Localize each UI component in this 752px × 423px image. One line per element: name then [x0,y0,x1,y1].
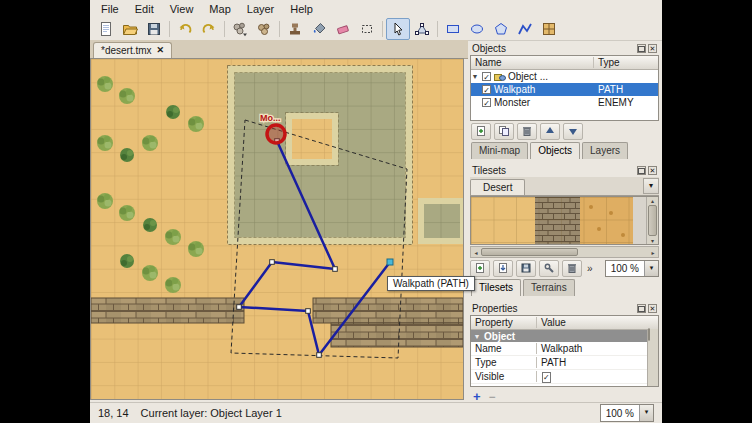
property-value[interactable]: Walkpath [537,343,658,354]
import-tileset-button[interactable] [493,260,513,277]
new-tileset-button[interactable] [470,260,490,277]
menu-view[interactable]: View [163,2,201,16]
scroll-thumb[interactable] [648,205,657,236]
tileset-view[interactable]: ▴ ▾ [470,196,659,245]
toolbar-overflow-button[interactable]: » [587,263,593,274]
tileset-horizontal-scrollbar[interactable]: ◂ ▸ [470,246,659,258]
property-value[interactable]: PATH [537,357,658,368]
objects-dock-header: Objects ✕ [470,42,659,55]
tab-close-icon[interactable]: ✕ [157,46,165,55]
object-group-name: Object ... [508,71,548,82]
column-property[interactable]: Property [471,317,537,328]
menu-map[interactable]: Map [202,2,237,16]
save-button[interactable] [142,18,166,40]
property-row-type[interactable]: Type PATH [471,356,658,370]
raise-object-button[interactable] [540,123,560,140]
menu-file[interactable]: File [94,2,126,16]
open-file-button[interactable] [118,18,142,40]
expander-icon[interactable]: ▼ [473,333,481,340]
properties-dock-header: Properties ✕ [470,302,659,315]
tab-desert-tmx[interactable]: *desert.tmx ✕ [93,42,172,58]
export-tileset-button[interactable] [516,260,536,277]
object-group-icon [494,72,506,82]
column-name[interactable]: Name [471,57,594,68]
visible-checkbox[interactable]: ✓ [542,372,551,383]
tab-objects[interactable]: Objects [530,142,580,159]
rect-select-button[interactable] [355,18,379,40]
insert-tile-button[interactable] [537,18,561,40]
insert-ellipse-button[interactable] [465,18,489,40]
properties-dock-title: Properties [472,303,518,314]
property-row-name[interactable]: Name Walkpath [471,342,658,356]
bucket-fill-button[interactable] [307,18,331,40]
open-folder-icon [122,21,138,37]
down-arrow-icon [567,125,579,137]
tileset-properties-button[interactable] [539,260,559,277]
add-object-group-button[interactable] [471,123,491,140]
delete-tileset-button[interactable] [562,260,582,277]
monster-row[interactable]: ✓ Monster ENEMY [471,96,658,109]
properties-scrollbar[interactable] [647,329,658,386]
scroll-down-icon[interactable]: ▾ [651,237,654,244]
objects-float-button[interactable] [637,44,646,53]
objects-close-button[interactable]: ✕ [648,44,657,53]
properties-float-button[interactable] [637,304,646,313]
undo-icon [177,21,193,37]
delete-object-button[interactable] [517,123,537,140]
expander-icon[interactable]: ▼ [471,73,479,80]
properties-close-button[interactable]: ✕ [648,304,657,313]
tileset-tab-row: Desert ▾ [470,177,659,196]
undo-button[interactable] [173,18,197,40]
select-objects-button[interactable] [386,18,410,40]
menu-help[interactable]: Help [283,2,320,16]
map-canvas[interactable]: Mo... [90,58,464,400]
scroll-right-icon[interactable]: ▸ [648,249,658,256]
new-file-button[interactable] [94,18,118,40]
tilesets-dock-tabs: Tilesets Terrains [470,278,659,296]
edit-polygons-button[interactable] [410,18,434,40]
scroll-thumb[interactable] [648,328,650,341]
scroll-left-icon[interactable]: ◂ [471,249,481,256]
property-group-row[interactable]: ▼ Object [471,330,658,342]
visibility-checkbox[interactable]: ✓ [482,72,491,81]
tab-terrains[interactable]: Terrains [523,279,575,296]
visibility-checkbox[interactable]: ✓ [482,85,491,94]
property-row-visible[interactable]: Visible ✓ [471,370,658,384]
terrain-brush-button[interactable] [252,18,276,40]
tileset-vertical-scrollbar[interactable]: ▴ ▾ [646,197,658,244]
current-layer-label: Current layer: Object Layer 1 [141,407,282,419]
visibility-checkbox[interactable]: ✓ [482,98,491,107]
menu-edit[interactable]: Edit [128,2,161,16]
wrench-icon [543,262,555,274]
tab-desert-tileset[interactable]: Desert [470,179,525,195]
tilesets-close-button[interactable]: ✕ [648,166,657,175]
lower-object-button[interactable] [563,123,583,140]
status-zoom-select[interactable]: 100 % ▾ [600,404,654,422]
scroll-thumb[interactable] [481,248,578,256]
tab-mini-map[interactable]: Mini-map [471,142,528,159]
tileset-list-dropdown[interactable]: ▾ [643,178,659,194]
column-value[interactable]: Value [537,317,658,328]
column-type[interactable]: Type [594,57,658,68]
duplicate-object-button[interactable] [494,123,514,140]
tileset-zoom-select[interactable]: 100 % ▾ [605,260,659,277]
eraser-button[interactable] [331,18,355,40]
redo-button[interactable] [197,18,221,40]
walkpath-row[interactable]: ✓ Walkpath PATH [471,83,658,96]
insert-polyline-button[interactable] [513,18,537,40]
menu-layer[interactable]: Layer [240,2,282,16]
chevron-down-icon[interactable]: ▾ [644,261,658,276]
tab-tilesets[interactable]: Tilesets [471,279,521,296]
tilesets-float-button[interactable] [637,166,646,175]
tab-layers[interactable]: Layers [582,142,628,159]
chevron-down-icon[interactable]: ▾ [639,405,653,421]
scroll-up-icon[interactable]: ▴ [651,197,654,204]
tilesets-toolbar: » 100 % ▾ [470,258,659,278]
random-stamp-button[interactable] [228,18,252,40]
redo-icon [201,21,217,37]
float-icon [638,306,645,312]
insert-rectangle-button[interactable] [441,18,465,40]
object-group-row[interactable]: ▼ ✓ Object ... [471,70,658,83]
insert-polygon-button[interactable] [489,18,513,40]
stamp-brush-button[interactable] [283,18,307,40]
